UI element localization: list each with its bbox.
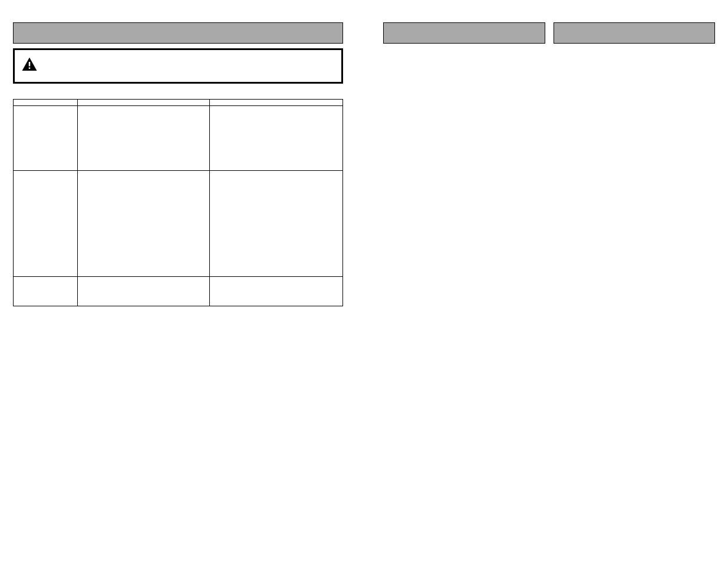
- td: [209, 171, 342, 277]
- th-0: [14, 100, 78, 106]
- warning-box: [13, 48, 343, 84]
- td: [77, 106, 209, 171]
- td: [14, 277, 78, 306]
- svg-rect-0: [29, 62, 31, 67]
- left-column: [13, 22, 343, 562]
- th-2: [209, 100, 342, 106]
- left-section-header: [13, 22, 343, 44]
- td: [209, 277, 342, 306]
- table-row: [14, 277, 343, 306]
- right-header-row: [383, 22, 715, 48]
- right-section-header-1: [383, 22, 545, 44]
- svg-rect-1: [29, 67, 31, 69]
- td: [209, 106, 342, 171]
- table-row: [14, 106, 343, 171]
- spec-table: [13, 99, 343, 306]
- td: [77, 277, 209, 306]
- right-section-header-2: [554, 22, 716, 44]
- td: [14, 171, 78, 277]
- right-column: [383, 22, 715, 562]
- warning-icon: [21, 56, 38, 74]
- td: [14, 106, 78, 171]
- th-1: [77, 100, 209, 106]
- td: [77, 171, 209, 277]
- table-header-row: [14, 100, 343, 106]
- table-row: [14, 171, 343, 277]
- document-page: [0, 0, 728, 562]
